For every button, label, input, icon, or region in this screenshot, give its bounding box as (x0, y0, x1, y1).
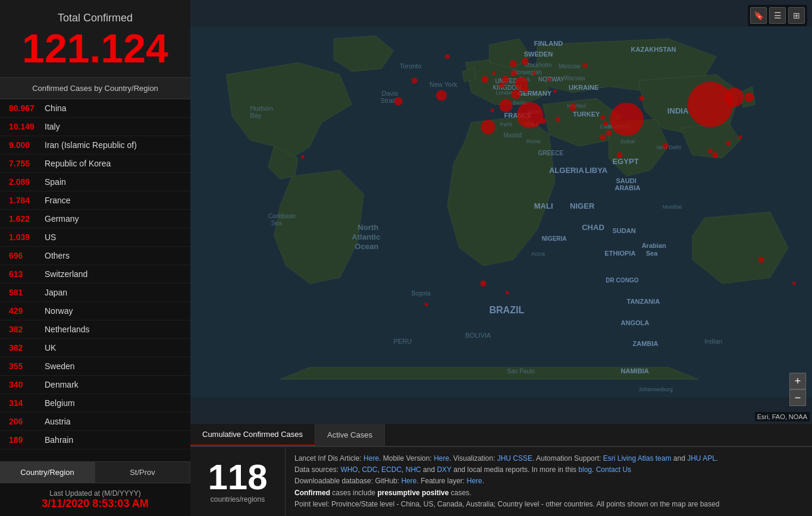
list-button[interactable]: ☰ (769, 7, 786, 24)
bubble-us-east (436, 90, 447, 101)
link-nhc[interactable]: NHC (406, 465, 421, 474)
zoom-in-button[interactable]: + (789, 373, 806, 389)
bubble-iceland (445, 54, 450, 59)
country-list-item[interactable]: 189 Bahrain (0, 431, 190, 449)
link-jhuapl[interactable]: JHU APL (687, 454, 716, 462)
link-contact[interactable]: Contact Us (596, 465, 631, 474)
svg-text:KAZAKHSTAN: KAZAKHSTAN (631, 46, 676, 53)
country-list-item[interactable]: 9.000 Iran (Islamic Republic of) (0, 136, 190, 155)
link-blog[interactable]: blog (578, 465, 592, 474)
info-text-block: Lancet Inf Dis Article: Here. Mobile Ver… (286, 447, 812, 516)
country-list-item[interactable]: 355 Sweden (0, 357, 190, 376)
link-who[interactable]: WHO (340, 465, 358, 474)
last-updated-label: Last Updated at (M/D/YYYY) (9, 489, 181, 498)
bubble-austria (523, 87, 529, 93)
map-toolbar: 🔖 ☰ ⊞ (748, 5, 807, 26)
zoom-out-button[interactable]: − (789, 389, 806, 406)
svg-text:Rome: Rome (526, 139, 541, 144)
svg-text:FINLAND: FINLAND (534, 40, 563, 47)
country-list-item[interactable]: 1.622 Germany (0, 210, 190, 228)
link-here1[interactable]: Here (363, 454, 379, 462)
svg-text:BRAZIL: BRAZIL (489, 304, 524, 315)
tab-active[interactable]: Active Cases (315, 424, 385, 446)
info-text-auto: . Automation Support: (532, 454, 603, 462)
country-name: Norway (45, 306, 73, 316)
bookmark-button[interactable]: 🔖 (750, 7, 767, 24)
link-dxy[interactable]: DXY (437, 465, 451, 474)
bubble-us-west (394, 97, 403, 106)
svg-text:ALGERIA: ALGERIA (549, 166, 584, 175)
country-list-item[interactable]: 613 Switzerland (0, 265, 190, 284)
country-count: 10.149 (9, 122, 45, 131)
svg-text:Mumbai: Mumbai (663, 204, 682, 210)
country-list-item[interactable]: 581 Japan (0, 284, 190, 302)
sidebar: Total Confirmed 121.124 Confirmed Cases … (0, 0, 190, 516)
svg-text:Sao Paulo: Sao Paulo (507, 368, 535, 375)
svg-text:Davis: Davis (382, 90, 399, 97)
country-list-item[interactable]: 696 Others (0, 247, 190, 265)
tab-cumulative[interactable]: Cumulative Confirmed Cases (190, 424, 315, 446)
link-here2[interactable]: Here (434, 454, 449, 462)
svg-text:New York: New York (429, 81, 457, 88)
bubble-nz (792, 282, 796, 285)
country-list-item[interactable]: 206 Austria (0, 413, 190, 431)
link-esri[interactable]: Esri Living Atlas team (603, 454, 672, 462)
link-cdc[interactable]: CDC (362, 465, 377, 474)
svg-text:ANGOLA: ANGOLA (620, 319, 649, 326)
country-list-item[interactable]: 429 Norway (0, 302, 190, 320)
grid-button[interactable]: ⊞ (788, 7, 805, 24)
svg-text:MALI: MALI (534, 202, 553, 211)
country-count: 355 (9, 361, 45, 371)
country-list-item[interactable]: 382 UK (0, 339, 190, 357)
country-name: Netherlands (45, 325, 90, 334)
svg-text:Arabian: Arabian (642, 242, 666, 249)
bubble-sa2 (506, 291, 509, 294)
svg-text:Bogota: Bogota (412, 290, 431, 297)
svg-text:SUDAN: SUDAN (612, 227, 635, 234)
country-list-item[interactable]: 314 Belgium (0, 394, 190, 413)
country-name: Switzerland (45, 269, 87, 279)
svg-text:NAMIBIA: NAMIBIA (620, 367, 648, 375)
country-list-item[interactable]: 10.149 Italy (0, 118, 190, 136)
info-text-and: and (671, 454, 687, 462)
svg-text:CHAD: CHAD (582, 223, 604, 232)
total-confirmed-box: Total Confirmed 121.124 (0, 0, 190, 78)
country-list-item[interactable]: 1.784 France (0, 191, 190, 210)
country-list-item[interactable]: 1.039 US (0, 228, 190, 247)
bubble-norway (510, 60, 517, 67)
svg-text:London: London (496, 90, 513, 96)
info-datasource-label: Data sources: (294, 465, 340, 474)
bubble-dot1 (492, 71, 496, 75)
svg-text:NIGER: NIGER (570, 202, 595, 211)
link-jhu[interactable]: JHU CSSE (497, 454, 532, 462)
bubble-singapore (712, 152, 718, 158)
country-count: 189 (9, 435, 45, 445)
bubble-dot5 (556, 117, 560, 122)
comma3: , (402, 465, 406, 474)
country-list-item[interactable]: 80.967 China (0, 99, 190, 118)
tab-buttons: Country/Region St/Prov (0, 461, 190, 483)
bubble-netherlands (502, 75, 509, 83)
country-count: 581 (9, 288, 45, 297)
last-updated-value: 3/11/2020 8:53:03 AM (9, 498, 181, 510)
link-feature[interactable]: Here (467, 477, 482, 485)
bubble-denmark (511, 70, 517, 76)
map-container[interactable]: Hudson Bay Davis Strait Toronto New York… (190, 0, 812, 424)
country-list-item[interactable]: 2.089 Spain (0, 173, 190, 191)
info-presumptive: presumptive positive (377, 489, 449, 497)
country-name: Others (45, 251, 70, 260)
bubble-russia (582, 63, 587, 68)
country-list-item[interactable]: 382 Netherlands (0, 320, 190, 339)
svg-text:ZAMBIA: ZAMBIA (633, 340, 659, 347)
country-list-item[interactable]: 340 Denmark (0, 376, 190, 394)
tab-st-prov[interactable]: St/Prov (95, 462, 190, 483)
link-ecdc[interactable]: ECDC (381, 465, 402, 474)
link-github[interactable]: Here (401, 477, 416, 485)
bubble-turkey (569, 104, 576, 111)
svg-text:Indian: Indian (704, 338, 722, 345)
bubble-canada (412, 77, 418, 83)
map-tabs: Cumulative Confirmed Cases Active Cases (190, 424, 812, 446)
tab-country-region[interactable]: Country/Region (0, 462, 95, 483)
country-name: Belgium (45, 398, 75, 408)
country-list-item[interactable]: 7.755 Republic of Korea (0, 155, 190, 173)
